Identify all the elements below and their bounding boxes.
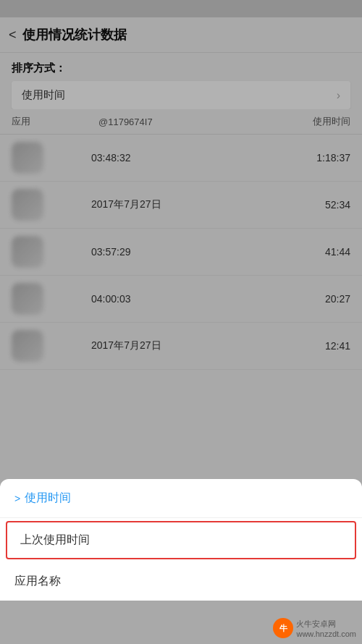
dropdown-item-app-name[interactable]: 应用名称 bbox=[0, 562, 362, 601]
watermark: 牛 火牛安卓网 www.hnzzdt.com bbox=[273, 618, 356, 638]
dropdown-item-label-3: 应用名称 bbox=[14, 574, 61, 589]
watermark-site: 火牛安卓网 bbox=[296, 619, 356, 630]
chevron-indicator: > bbox=[14, 493, 20, 504]
dropdown-item-label-2: 上次使用时间 bbox=[20, 533, 90, 548]
watermark-url: www.hnzzdt.com bbox=[296, 630, 356, 638]
screen: < 使用情况统计数据 排序方式： 使用时间 › 应用 @1179674I7 使用… bbox=[0, 0, 362, 644]
dropdown-item-usage-time[interactable]: > 使用时间 bbox=[0, 479, 362, 518]
dropdown-item-last-usage[interactable]: 上次使用时间 bbox=[6, 521, 356, 559]
dropdown-item-label-1: 使用时间 bbox=[25, 491, 71, 506]
dropdown-panel: > 使用时间 上次使用时间 应用名称 bbox=[0, 479, 362, 601]
watermark-logo: 牛 bbox=[273, 618, 293, 638]
